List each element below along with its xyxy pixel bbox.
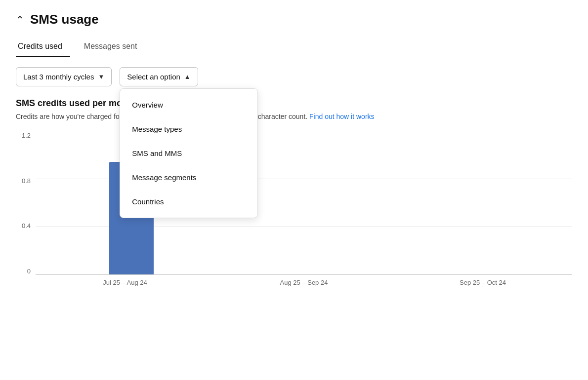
option-dropdown-menu: Overview Message types SMS and MMS Messa… (120, 88, 258, 218)
chart-description: Credits are how you're charged for SMS m… (16, 112, 572, 122)
bars-container (36, 132, 572, 274)
chart-section: SMS credits used per month Credits are h… (16, 98, 572, 290)
page-title: SMS usage (30, 12, 99, 27)
page-wrapper: ⌃ SMS usage Credits used Messages sent L… (0, 0, 588, 302)
tab-bar: Credits used Messages sent (16, 37, 572, 57)
option-countries[interactable]: Countries (120, 190, 257, 214)
y-label-1: 1.2 (22, 132, 31, 139)
x-axis: Jul 25 – Aug 24 Aug 25 – Sep 24 Sep 25 –… (36, 276, 572, 290)
option-dropdown-button[interactable]: Select an option ▲ (120, 67, 198, 86)
bar-group-3 (390, 132, 562, 274)
y-label-2: 0.8 (22, 177, 31, 185)
option-message-types[interactable]: Message types (120, 117, 257, 141)
collapse-icon[interactable]: ⌃ (16, 14, 24, 26)
period-dropdown-wrapper: Last 3 monthly cycles ▼ (16, 67, 112, 86)
chart-heading: SMS credits used per month (16, 98, 572, 109)
x-label-3: Sep 25 – Oct 24 (393, 276, 572, 290)
x-label-2: Aug 25 – Sep 24 (214, 276, 393, 290)
x-label-1: Jul 25 – Aug 24 (36, 276, 214, 290)
tab-messages-sent[interactable]: Messages sent (82, 37, 145, 57)
period-dropdown-label: Last 3 monthly cycles (23, 73, 94, 81)
option-dropdown-chevron: ▲ (184, 73, 191, 80)
controls-row: Last 3 monthly cycles ▼ Select an option… (16, 67, 572, 86)
option-message-segments[interactable]: Message segments (120, 165, 257, 190)
page-header: ⌃ SMS usage (16, 12, 572, 27)
y-axis: 1.2 0.8 0.4 0 (16, 132, 34, 275)
chart-plot (36, 132, 572, 275)
option-dropdown-wrapper: Select an option ▲ Overview Message type… (120, 67, 198, 86)
period-dropdown-chevron: ▼ (98, 73, 104, 80)
y-label-3: 0.4 (22, 222, 31, 229)
option-overview[interactable]: Overview (120, 93, 257, 117)
chart-area: 1.2 0.8 0.4 0 (16, 132, 572, 290)
option-sms-and-mms[interactable]: SMS and MMS (120, 141, 257, 165)
y-label-4: 0 (27, 267, 31, 275)
find-out-link[interactable]: Find out how it works (309, 113, 375, 120)
option-dropdown-label: Select an option (127, 73, 180, 81)
period-dropdown-button[interactable]: Last 3 monthly cycles ▼ (16, 67, 112, 86)
tab-credits-used[interactable]: Credits used (16, 37, 70, 57)
